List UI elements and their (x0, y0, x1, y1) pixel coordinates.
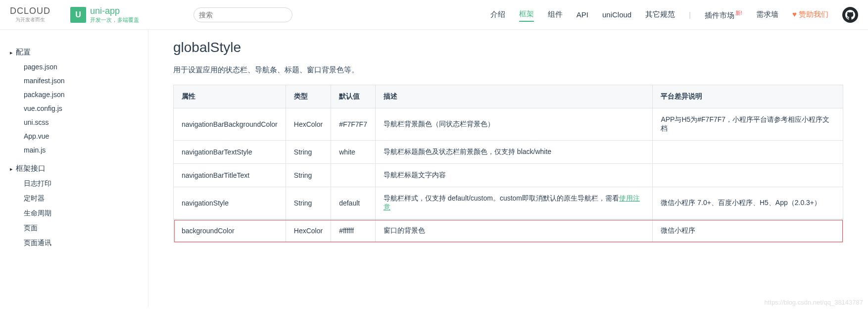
nav: 介绍 框架 组件 API uniCloud 其它规范 | 插件市场新! 需求墙 … (490, 7, 858, 23)
nav-sponsor[interactable]: ♥ 赞助我们 (792, 8, 828, 21)
desc-link[interactable]: 使用注意 (384, 194, 640, 211)
nav-components[interactable]: 组件 (548, 8, 563, 21)
sidebar-item-package[interactable]: package.json (24, 88, 148, 102)
cell-default: #ffffff (331, 219, 376, 243)
th-type: 类型 (286, 85, 331, 108)
cell-type: String (286, 164, 331, 187)
cell-type: String (286, 141, 331, 164)
sidebar-item-pages[interactable]: pages.json (24, 60, 148, 74)
cell-type: HexColor (286, 219, 331, 243)
sidebar-item-manifest[interactable]: manifest.json (24, 74, 148, 88)
sidebar-item-timer[interactable]: 定时器 (24, 191, 148, 206)
table-row: navigationStyleStringdefault导航栏样式，仅支持 de… (174, 187, 843, 219)
cell-default: white (331, 141, 376, 164)
nav-separator: | (689, 11, 691, 19)
cell-desc: 导航栏样式，仅支持 default/custom。custom即取消默认的原生导… (375, 187, 652, 219)
uni-title: uni-app (90, 6, 139, 16)
sidebar-item-pagecomm[interactable]: 页面通讯 (24, 236, 148, 251)
heart-icon: ♥ (792, 10, 799, 18)
nav-unicloud[interactable]: uniCloud (602, 8, 631, 21)
sidebar-item-uniscss[interactable]: uni.scss (24, 115, 148, 129)
cell-platform: 微信小程序 7.0+、百度小程序、H5、App（2.0.3+） (653, 187, 843, 219)
cell-type: HexColor (286, 108, 331, 141)
sidebar-item-mainjs[interactable]: main.js (24, 143, 148, 157)
cell-desc: 导航栏标题颜色及状态栏前景颜色，仅支持 black/white (375, 141, 652, 164)
cell-platform: APP与H5为#F7F7F7，小程序平台请参考相应小程序文档 (653, 108, 843, 141)
cell-default: default (331, 187, 376, 219)
sidebar-group-config: 配置 pages.json manifest.json package.json… (10, 45, 148, 157)
cell-desc: 导航栏背景颜色（同状态栏背景色） (375, 108, 652, 141)
sidebar-item-lifecycle[interactable]: 生命周期 (24, 206, 148, 221)
table-row: navigationBarTitleTextString导航栏标题文字内容 (174, 164, 843, 187)
github-icon[interactable] (842, 7, 858, 23)
cell-prop: navigationBarTextStyle (174, 141, 286, 164)
nav-request-wall[interactable]: 需求墙 (756, 8, 778, 21)
cell-default (331, 164, 376, 187)
nav-api[interactable]: API (577, 8, 588, 21)
sidebar-item-log[interactable]: 日志打印 (24, 176, 148, 191)
search-input[interactable] (193, 7, 292, 22)
search-box (193, 7, 292, 22)
sidebar-item-vueconfig[interactable]: vue.config.js (24, 102, 148, 115)
nav-framework[interactable]: 框架 (519, 7, 534, 22)
cell-platform: 微信小程序 (653, 219, 843, 243)
new-tag: 新! (735, 10, 742, 16)
uni-logo[interactable]: U uni-app 开发一次，多端覆盖 (70, 6, 139, 24)
cell-platform (653, 164, 843, 187)
dcloud-logo-text: DCLOUD (10, 6, 50, 16)
cell-platform (653, 141, 843, 164)
intro-text: 用于设置应用的状态栏、导航条、标题、窗口背景色等。 (173, 65, 843, 75)
sidebar-item-appvue[interactable]: App.vue (24, 129, 148, 143)
table-row: navigationBarTextStyleStringwhite导航栏标题颜色… (174, 141, 843, 164)
th-prop: 属性 (174, 85, 286, 108)
uni-logo-box: U (70, 7, 86, 23)
th-desc: 描述 (375, 85, 652, 108)
uni-tagline: 开发一次，多端覆盖 (90, 16, 139, 24)
table-row: navigationBarBackgroundColorHexColor#F7F… (174, 108, 843, 141)
header: DCLOUD 为开发者而生 U uni-app 开发一次，多端覆盖 介绍 框架 … (0, 0, 868, 30)
props-table: 属性 类型 默认值 描述 平台差异说明 navigationBarBackgro… (173, 85, 843, 243)
nav-intro[interactable]: 介绍 (490, 8, 505, 21)
page-title: globalStyle (173, 40, 843, 55)
cell-prop: navigationBarTitleText (174, 164, 286, 187)
table-row: backgroundColorHexColor#ffffff窗口的背景色微信小程… (174, 219, 843, 243)
sidebar-group-api: 框架接口 日志打印 定时器 生命周期 页面 页面通讯 (10, 161, 148, 251)
cell-prop: navigationStyle (174, 187, 286, 219)
cell-desc: 窗口的背景色 (375, 219, 652, 243)
dcloud-logo[interactable]: DCLOUD 为开发者而生 (10, 6, 50, 23)
th-platform: 平台差异说明 (653, 85, 843, 108)
cell-type: String (286, 187, 331, 219)
cell-desc: 导航栏标题文字内容 (375, 164, 652, 187)
sidebar-item-page[interactable]: 页面 (24, 221, 148, 236)
content: globalStyle 用于设置应用的状态栏、导航条、标题、窗口背景色等。 属性… (148, 30, 868, 307)
sidebar-title-config[interactable]: 配置 (10, 45, 148, 60)
th-default: 默认值 (331, 85, 376, 108)
nav-plugin-market[interactable]: 插件市场新! (705, 7, 742, 22)
dcloud-logo-tagline: 为开发者而生 (15, 16, 45, 23)
cell-default: #F7F7F7 (331, 108, 376, 141)
sidebar: 配置 pages.json manifest.json package.json… (0, 30, 148, 307)
cell-prop: backgroundColor (174, 219, 286, 243)
nav-other[interactable]: 其它规范 (645, 8, 675, 21)
sidebar-title-api[interactable]: 框架接口 (10, 161, 148, 176)
cell-prop: navigationBarBackgroundColor (174, 108, 286, 141)
